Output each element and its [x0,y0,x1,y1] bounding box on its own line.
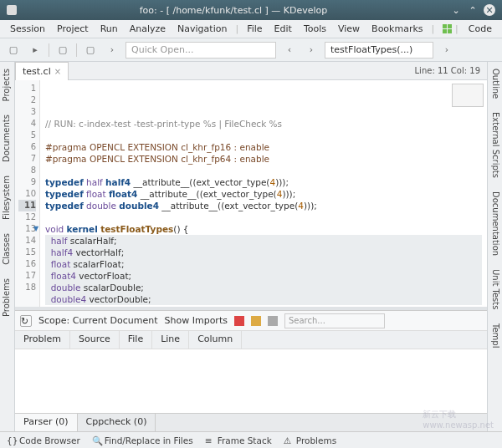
left-sidebar: ProjectsDocumentsFilesystemClassesProble… [0,62,15,431]
problems-search[interactable]: Search... [284,313,385,328]
code-line[interactable]: typedef float float4 __attribute__((ext_… [45,188,482,200]
minimize-button[interactable]: ⌄ [450,4,462,16]
cursor-position: Line: 11 Col: 19 [408,66,487,75]
code-line[interactable]: typedef half half4 __attribute__((ext_ve… [45,176,482,188]
close-tab-icon[interactable]: × [54,67,61,76]
next-icon[interactable]: › [104,42,120,59]
right-tab-unit-tests[interactable]: Unit Tests [488,262,502,316]
menubar: Session Project Run Analyze Navigation |… [0,20,502,38]
code-line[interactable]: typedef double double4 __attribute__((ex… [45,200,482,211]
ptab[interactable]: Parser (0) [15,414,78,431]
right-sidebar: OutlineExternal ScriptsDocumentationUnit… [487,62,502,431]
code-line[interactable]: double4 vectorDouble; [45,293,482,305]
save-icon[interactable]: ▢ [54,42,71,59]
tab-label: test.cl [23,66,51,77]
editor-area[interactable]: 123456789101112131415161718 // RUN: c-in… [15,80,487,307]
code-line[interactable]: half scalarHalf; [45,235,482,247]
status-code-browser[interactable]: {}Code Browser [7,435,80,445]
menu-tools[interactable]: Tools [299,22,331,36]
col-column[interactable]: Column [189,331,242,349]
right-tab-outline[interactable]: Outline [488,62,502,105]
right-tab-templ[interactable]: Templ [488,317,502,354]
right-tab-documentation[interactable]: Documentation [488,185,502,262]
app-icon [7,5,17,15]
problems-tabs: Parser (0)Cppcheck (0) [15,413,487,431]
status-find-replace-in-files[interactable]: 🔍Find/Replace in Files [92,435,193,445]
symbol-field[interactable]: testFloatTypes(...) [325,42,433,59]
menu-bookmarks[interactable]: Bookmarks [366,22,428,36]
code-line[interactable]: double scalarDouble; [45,282,482,293]
code-line[interactable]: float scalarFloat; [45,258,482,270]
left-tab-documents[interactable]: Documents [0,108,14,169]
menu-navigation[interactable]: Navigation [172,22,232,36]
statusbar: {}Code Browser🔍Find/Replace in Files≡Fra… [0,431,502,448]
menu-analyze[interactable]: Analyze [125,22,171,36]
menu-session[interactable]: Session [5,22,50,36]
code-line[interactable]: } [45,305,482,307]
toolbar: ▢ ▸ ▢ ▢ › Quick Open... ‹ › testFloatTyp… [0,38,502,62]
quick-open-input[interactable]: Quick Open... [126,42,276,59]
right-tab-external-scripts[interactable]: External Scripts [488,105,502,185]
window-title: foo: - [ /home/kfunk/test.cl ] — KDevelo… [22,5,445,16]
ptab[interactable]: Cppcheck (0) [78,414,156,431]
col-file[interactable]: File [120,331,152,349]
left-tab-filesystem[interactable]: Filesystem [0,169,14,227]
code-line[interactable] [45,211,482,223]
scope-label[interactable]: Scope: Current Document [38,315,158,326]
nav-fwd-icon[interactable]: › [303,42,320,59]
status-problems[interactable]: ⚠Problems [284,435,336,445]
problems-headers: ProblemSourceFileLineColumn [15,331,487,349]
watermark: 新云下载www.newasp.net [423,409,494,430]
code-line[interactable]: // RUN: c-index-test -test-print-type %s… [45,118,482,130]
maximize-button[interactable]: ⌃ [467,4,479,16]
line-gutter: 123456789101112131415161718 [15,80,40,307]
run-icon[interactable]: ▢ [82,42,99,59]
filter-error-icon[interactable] [234,316,244,326]
code-line[interactable] [45,165,482,176]
window-grid-icon[interactable] [443,24,452,33]
nav-back-icon[interactable]: ‹ [281,42,298,59]
filter-info-icon[interactable] [268,316,278,326]
code-line[interactable]: half4 vectorHalf; [45,247,482,258]
new-icon[interactable]: ▢ [5,42,22,59]
col-problem[interactable]: Problem [15,331,70,349]
editor-tab[interactable]: test.cl × [15,62,69,80]
status-frame-stack[interactable]: ≡Frame Stack [205,435,272,445]
editor-tabbar: test.cl × Line: 11 Col: 19 [15,62,487,80]
open-icon[interactable]: ▸ [27,42,44,59]
filter-warn-icon[interactable] [251,316,261,326]
problems-panel: ↻ Scope: Current Document Show Imports S… [15,310,487,431]
titlebar: foo: - [ /home/kfunk/test.cl ] — KDevelo… [0,0,502,20]
problems-body [15,349,487,413]
left-tab-projects[interactable]: Projects [0,62,14,108]
menu-edit[interactable]: Edit [269,22,297,36]
code-line[interactable]: ▼void kernel testFloatTypes() { [45,223,482,235]
menu-code[interactable]: Code [464,22,497,36]
code-line[interactable]: #pragma OPENCL EXTENSION cl_khr_fp16 : e… [45,141,482,153]
code-line[interactable]: float4 vectorFloat; [45,270,482,282]
left-tab-problems[interactable]: Problems [0,272,14,323]
code-line[interactable] [45,130,482,141]
menu-run[interactable]: Run [95,22,123,36]
menu-project[interactable]: Project [52,22,94,36]
left-tab-classes[interactable]: Classes [0,227,14,272]
code-line[interactable]: #pragma OPENCL EXTENSION cl_khr_fp64 : e… [45,153,482,165]
refresh-icon[interactable]: ↻ [20,315,32,327]
menu-view[interactable]: View [333,22,365,36]
code-editor[interactable]: // RUN: c-index-test -test-print-type %s… [40,80,487,307]
minimap[interactable] [452,84,484,107]
col-source[interactable]: Source [70,331,120,349]
stop-icon[interactable]: › [438,42,455,59]
close-button[interactable]: ✕ [484,4,495,16]
show-imports[interactable]: Show Imports [165,315,228,326]
col-line[interactable]: Line [152,331,189,349]
menu-file[interactable]: File [242,22,267,36]
